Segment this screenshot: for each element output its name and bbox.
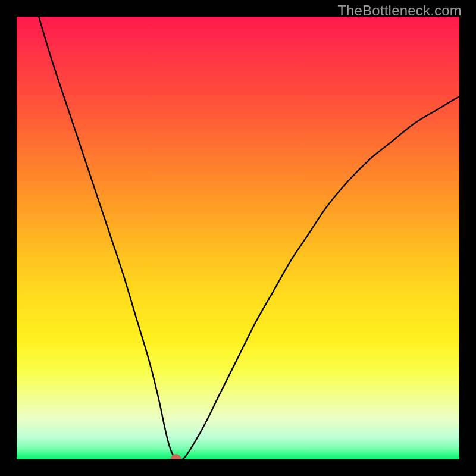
attribution-label: TheBottleneck.com [337,2,462,19]
bottleneck-curve [17,17,459,459]
chart-frame: TheBottleneck.com [0,0,476,476]
plot-area [17,17,459,459]
